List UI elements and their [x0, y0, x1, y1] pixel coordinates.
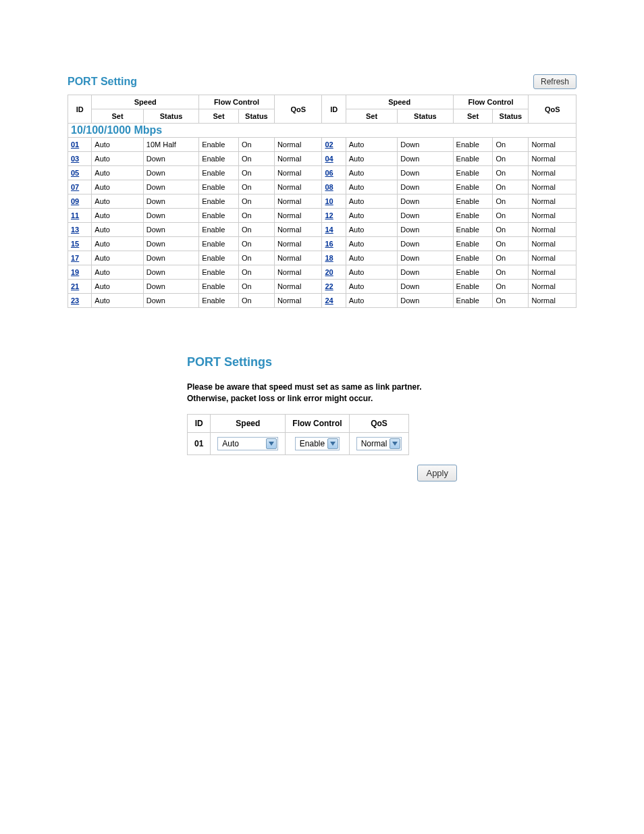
settings-id-value: 01: [188, 432, 211, 454]
fc-set-cell: Enable: [453, 237, 493, 251]
speed-set-cell: Auto: [92, 251, 143, 265]
port-id-link[interactable]: 11: [71, 211, 79, 219]
port-id-link[interactable]: 17: [71, 254, 79, 262]
table-row: 11AutoDownEnableOnNormal12AutoDownEnable…: [68, 209, 576, 223]
fc-status-cell: On: [238, 180, 274, 194]
fc-status-cell: On: [238, 152, 274, 166]
fc-set-cell: Enable: [199, 138, 239, 152]
speed-status-cell: Down: [143, 265, 198, 280]
header-speed-left: Speed: [92, 95, 199, 109]
table-row: 21AutoDownEnableOnNormal22AutoDownEnable…: [68, 280, 576, 294]
speed-status-cell: Down: [398, 138, 453, 152]
port-id-link[interactable]: 02: [325, 140, 333, 149]
settings-table: ID Speed Flow Control QoS 01 Auto: [187, 414, 409, 455]
fc-status-cell: On: [238, 265, 274, 280]
speed-status-cell: Down: [143, 209, 198, 223]
port-id-link[interactable]: 21: [71, 282, 79, 290]
speed-set-cell: Auto: [346, 223, 397, 237]
header-id-right: ID: [322, 95, 346, 124]
fc-set-cell: Enable: [199, 237, 239, 251]
port-id-link[interactable]: 15: [71, 240, 79, 248]
fc-status-cell: On: [238, 194, 274, 209]
table-row: 23AutoDownEnableOnNormal24AutoDownEnable…: [68, 294, 576, 308]
speed-status-cell: Down: [398, 194, 453, 209]
port-id-link[interactable]: 06: [325, 169, 333, 177]
port-id-link[interactable]: 19: [71, 268, 79, 276]
fc-set-cell: Enable: [199, 152, 239, 166]
header-id-left: ID: [68, 95, 92, 124]
speed-set-cell: Auto: [346, 138, 397, 152]
fc-set-cell: Enable: [453, 209, 493, 223]
port-id-link[interactable]: 20: [325, 268, 333, 276]
speed-set-cell: Auto: [346, 237, 397, 251]
flowcontrol-dropdown[interactable]: Enable: [295, 437, 340, 450]
header-fc-status-right: Status: [493, 109, 529, 124]
settings-title: PORT Settings: [187, 355, 457, 369]
fc-set-cell: Enable: [453, 265, 493, 280]
qos-cell: Normal: [274, 251, 322, 265]
speed-status-cell: Down: [143, 194, 198, 209]
port-id-link[interactable]: 01: [71, 140, 79, 149]
port-id-link[interactable]: 10: [325, 197, 333, 205]
port-id-link[interactable]: 13: [71, 226, 79, 234]
speed-status-cell: Down: [143, 166, 198, 180]
fc-status-cell: On: [238, 251, 274, 265]
chevron-down-icon: [390, 438, 400, 449]
speed-status-cell: Down: [143, 223, 198, 237]
port-id-link[interactable]: 16: [325, 240, 333, 248]
header-qos-right: QoS: [529, 95, 576, 124]
port-id-link[interactable]: 14: [325, 226, 333, 234]
port-id-link[interactable]: 22: [325, 282, 333, 290]
header-flowcontrol-right: Flow Control: [453, 95, 529, 109]
port-id-link[interactable]: 07: [71, 183, 79, 191]
section-label: 10/100/1000 Mbps: [68, 124, 576, 138]
speed-status-cell: Down: [398, 166, 453, 180]
qos-cell: Normal: [274, 294, 322, 308]
port-id-link[interactable]: 24: [325, 296, 333, 305]
port-table-header: ID Speed Flow Control QoS ID Speed Flow …: [68, 95, 576, 124]
port-id-link[interactable]: 04: [325, 155, 333, 163]
qos-cell: Normal: [529, 265, 576, 280]
speed-set-cell: Auto: [92, 280, 143, 294]
speed-set-cell: Auto: [346, 209, 397, 223]
header-speed-right: Speed: [346, 95, 453, 109]
qos-cell: Normal: [529, 280, 576, 294]
header-fc-set-left: Set: [199, 109, 239, 124]
fc-set-cell: Enable: [453, 138, 493, 152]
fc-status-cell: On: [493, 138, 529, 152]
fc-set-cell: Enable: [453, 166, 493, 180]
fc-set-cell: Enable: [199, 265, 239, 280]
speed-status-cell: Down: [143, 152, 198, 166]
port-id-link[interactable]: 09: [71, 197, 79, 205]
fc-status-cell: On: [493, 251, 529, 265]
speed-dropdown[interactable]: Auto: [217, 437, 278, 450]
fc-status-cell: On: [493, 265, 529, 280]
table-row: 13AutoDownEnableOnNormal14AutoDownEnable…: [68, 223, 576, 237]
fc-status-cell: On: [493, 180, 529, 194]
fc-set-cell: Enable: [453, 223, 493, 237]
qos-cell: Normal: [529, 223, 576, 237]
header-flowcontrol-left: Flow Control: [199, 95, 275, 109]
table-row: 15AutoDownEnableOnNormal16AutoDownEnable…: [68, 237, 576, 251]
apply-button[interactable]: Apply: [417, 465, 457, 481]
port-id-link[interactable]: 03: [71, 155, 79, 163]
port-id-link[interactable]: 23: [71, 296, 79, 305]
chevron-down-icon: [327, 438, 338, 449]
port-id-link[interactable]: 08: [325, 183, 333, 191]
port-id-link[interactable]: 18: [325, 254, 333, 262]
speed-status-cell: Down: [398, 152, 453, 166]
fc-set-cell: Enable: [453, 294, 493, 308]
speed-status-cell: Down: [398, 251, 453, 265]
header-speed-status-left: Status: [143, 109, 198, 124]
qos-dropdown[interactable]: Normal: [356, 437, 402, 450]
qos-cell: Normal: [274, 180, 322, 194]
port-id-link[interactable]: 05: [71, 169, 79, 177]
port-id-link[interactable]: 12: [325, 211, 333, 219]
settings-header-id: ID: [188, 414, 211, 432]
fc-status-cell: On: [493, 152, 529, 166]
speed-set-cell: Auto: [92, 166, 143, 180]
fc-set-cell: Enable: [199, 280, 239, 294]
settings-note: Please be aware that speed must set as s…: [187, 382, 457, 405]
table-row: 01Auto10M HalfEnableOnNormal02AutoDownEn…: [68, 138, 576, 152]
refresh-button[interactable]: Refresh: [533, 74, 576, 89]
